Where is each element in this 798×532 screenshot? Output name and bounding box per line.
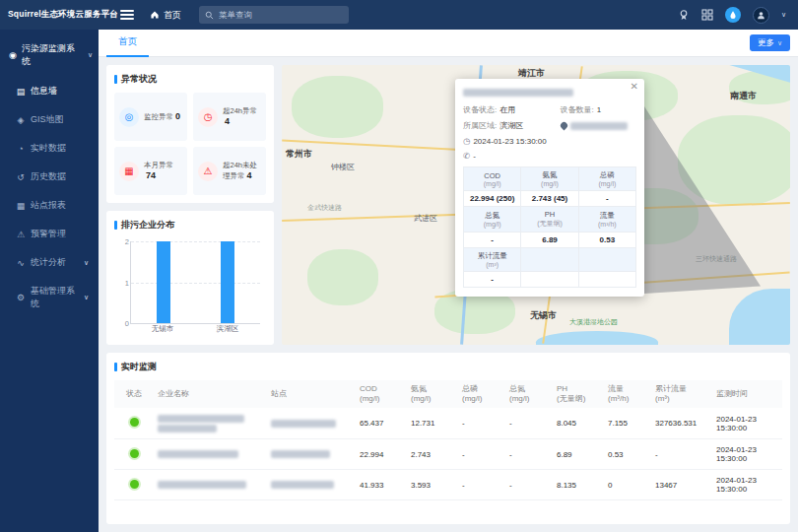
clock-icon: ◷ [463, 136, 470, 146]
y-tick: 2 [119, 237, 129, 246]
trophy-icon[interactable] [678, 9, 690, 21]
chart-bar [221, 241, 234, 323]
phone-icon: ✆ [463, 151, 470, 161]
gear-icon: ⚙ [16, 293, 26, 302]
chevron-down-icon[interactable]: ∨ [781, 11, 786, 19]
close-icon[interactable]: ✕ [631, 82, 638, 92]
water-drop-icon[interactable] [725, 7, 741, 23]
map-label-city: 常州市 [286, 148, 312, 161]
search-icon [205, 11, 214, 20]
map-label-city: 无锡市 [530, 309, 557, 322]
table-row[interactable]: 41.933 3.593 - - 8.135 0 13467 2024-01-2… [114, 470, 782, 500]
chevron-down-icon: ∨ [777, 39, 782, 47]
abnormal-card-grid: ◎ 监控异常0 ◷ 超24h异常4 ▦ 本月异常74 ⚠ [114, 93, 266, 195]
masked-enterprise-name [158, 450, 238, 458]
status-dot-normal [130, 418, 139, 427]
card-month-abnormal[interactable]: ▦ 本月异常74 [114, 147, 187, 195]
map-icon: ◈ [16, 115, 26, 125]
card-over24h-unhandled[interactable]: ⚠ 超24h未处理异常4 [193, 147, 266, 195]
sidebar-item-site-report[interactable]: ▦站点报表 [0, 191, 99, 220]
menu-toggle-icon[interactable] [120, 10, 134, 20]
chevron-down-icon: ∨ [84, 294, 89, 301]
chart-plot-area: 2 1 0 [130, 241, 260, 324]
map-label-road: 金武快速路 [307, 203, 342, 213]
tab-bar: 首页 更多 ∨ [99, 30, 798, 57]
bar-chart: 2 1 0 无锡市 滨湖区 [114, 237, 266, 337]
card-value: 4 [225, 116, 230, 126]
x-label: 无锡市 [130, 324, 195, 337]
card-over24h-abnormal[interactable]: ◷ 超24h异常4 [193, 93, 266, 141]
sidebar-item-basic-management[interactable]: ⚙基础管理系统 ∨ [0, 277, 99, 318]
realtime-monitor-panel: 实时监测 状态 企业名称 站点 COD(mg/l) 氨氮(mg/l) 总磷(mg… [106, 353, 790, 524]
stats-icon: ∿ [16, 258, 26, 268]
top-bar: Squirrel生态环境云服务平台 首页 ∨ [0, 0, 798, 30]
chevron-down-icon: ∨ [88, 51, 93, 59]
abnormal-status-panel: 异常状况 ◎ 监控异常0 ◷ 超24h异常4 ▦ 本月异常74 [106, 65, 274, 203]
device-status-value: 在用 [499, 104, 515, 115]
map-label-district: 钟楼区 [331, 162, 355, 172]
chart-x-labels: 无锡市 滨湖区 [130, 324, 260, 337]
status-dot-normal [130, 449, 139, 458]
enterprise-distribution-panel: 排污企业分布 2 1 0 无锡市 滨湖区 [106, 211, 274, 345]
map-green-area [292, 76, 383, 137]
more-button[interactable]: 更多 ∨ [750, 34, 790, 51]
popup-info: 设备状态:在用 设备数量:1 所属区域:滨湖区 ◷2024-01-23 15:3… [463, 104, 636, 161]
alert-icon: ⚠ [16, 230, 26, 239]
sidebar-system-title[interactable]: ◉ 污染源监测系统 ∨ [0, 33, 99, 77]
sidebar-item-info-wall[interactable]: ▤信息墙 [0, 77, 99, 105]
chart-title: 排污企业分布 [114, 219, 266, 232]
menu-search [199, 6, 349, 24]
popup-phone: - [473, 152, 476, 161]
card-value: 0 [175, 111, 180, 121]
y-tick: 0 [119, 319, 129, 328]
home-breadcrumb[interactable]: 首页 [150, 9, 181, 22]
realtime-table: 状态 企业名称 站点 COD(mg/l) 氨氮(mg/l) 总磷(mg/l) 总… [114, 380, 782, 500]
report-icon: ▦ [16, 201, 26, 211]
masked-site-name [271, 420, 336, 428]
map-label-park: 大溪港湿地公园 [569, 317, 618, 327]
masked-site-name [271, 481, 334, 489]
search-input[interactable] [219, 10, 343, 20]
app-title: Squirrel生态环境云服务平台 [0, 9, 110, 21]
masked-station-name [463, 89, 573, 97]
map-lake [536, 331, 658, 345]
sidebar-item-statistics[interactable]: ∿统计分析 ∨ [0, 248, 99, 277]
sidebar-item-realtime-data[interactable]: ◔实时数据 [0, 134, 99, 163]
masked-enterprise-name [158, 415, 244, 423]
popup-metrics-table: COD(mg/l) 氨氮(mg/l) 总磷(mg/l) 22.994 (250)… [463, 166, 636, 288]
card-value: 4 [247, 170, 252, 180]
status-dot-normal [130, 480, 139, 489]
calendar-icon: ▦ [119, 162, 139, 181]
left-column: 异常状况 ◎ 监控异常0 ◷ 超24h异常4 ▦ 本月异常74 [106, 65, 274, 345]
sidebar-item-history-data[interactable]: ↺历史数据 [0, 163, 99, 191]
apps-grid-icon[interactable] [701, 9, 713, 21]
sidebar: ◉ 污染源监测系统 ∨ ▤信息墙 ◈GIS地图 ◔实时数据 ↺历史数据 ▦站点报… [0, 30, 99, 532]
user-avatar[interactable] [753, 7, 769, 24]
history-icon: ↺ [16, 172, 26, 182]
realtime-icon: ◔ [16, 144, 26, 154]
system-icon: ◉ [8, 50, 18, 60]
table-row[interactable]: 22.994 2.743 - - 6.89 0.53 - 2024-01-23 … [114, 439, 782, 470]
map-label-district: 武进区 [414, 213, 437, 224]
warning-icon: ⚠ [198, 162, 218, 181]
abnormal-panel-title: 异常状况 [114, 73, 266, 86]
sidebar-item-gis-map[interactable]: ◈GIS地图 [0, 105, 99, 134]
device-count-value: 1 [597, 105, 601, 114]
clock-alert-icon: ◷ [198, 107, 218, 127]
table-row[interactable]: 65.437 12.731 - - 8.045 7.155 327636.531… [114, 408, 782, 439]
main-area: 首页 更多 ∨ 异常状况 ◎ 监控异常0 ◷ [99, 30, 798, 532]
top-right-actions: ∨ [678, 7, 798, 24]
tab-home[interactable]: 首页 [106, 30, 149, 57]
card-monitor-abnormal[interactable]: ◎ 监控异常0 [114, 93, 187, 141]
gis-map[interactable]: 南通市 靖江市 常州市 钟楼区 武进区 无锡市 金武快速路 三环快速通路 大溪港… [282, 65, 790, 345]
location-pin-icon [559, 121, 568, 131]
card-value: 74 [146, 170, 156, 180]
station-popup: ✕ 设备状态:在用 设备数量:1 所属区域:滨湖区 ◷2024-01-23 15… [455, 79, 644, 297]
map-label-city: 南通市 [730, 90, 757, 102]
sidebar-item-alert-management[interactable]: ⚠预警管理 [0, 220, 99, 248]
region-value: 滨湖区 [499, 120, 523, 131]
masked-address [570, 122, 628, 130]
dashboard-content: 异常状况 ◎ 监控异常0 ◷ 超24h异常4 ▦ 本月异常74 [99, 57, 798, 345]
masked-enterprise-name [158, 425, 217, 432]
home-icon [150, 10, 160, 20]
